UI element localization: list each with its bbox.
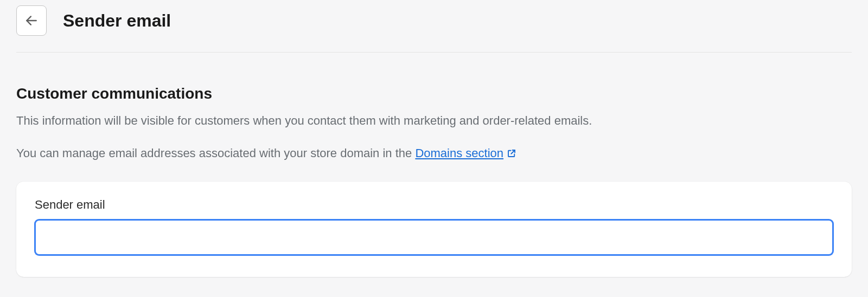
section-note: You can manage email addresses associate…: [16, 145, 852, 162]
sender-email-input[interactable]: [35, 219, 833, 255]
arrow-left-icon: [24, 14, 39, 28]
back-button[interactable]: [16, 5, 47, 36]
svg-line-1: [511, 150, 515, 154]
page-header: Sender email: [16, 0, 852, 53]
domains-link-label: Domains section: [415, 145, 503, 162]
external-link-icon: [507, 148, 516, 158]
domains-section-link[interactable]: Domains section: [415, 145, 516, 162]
customer-communications-section: Customer communications This information…: [16, 53, 852, 277]
section-note-prefix: You can manage email addresses associate…: [16, 146, 415, 160]
sender-email-card: Sender email: [16, 182, 852, 277]
sender-email-label: Sender email: [35, 198, 833, 212]
page-title: Sender email: [63, 11, 171, 31]
section-description: This information will be visible for cus…: [16, 112, 852, 130]
section-title: Customer communications: [16, 85, 852, 102]
